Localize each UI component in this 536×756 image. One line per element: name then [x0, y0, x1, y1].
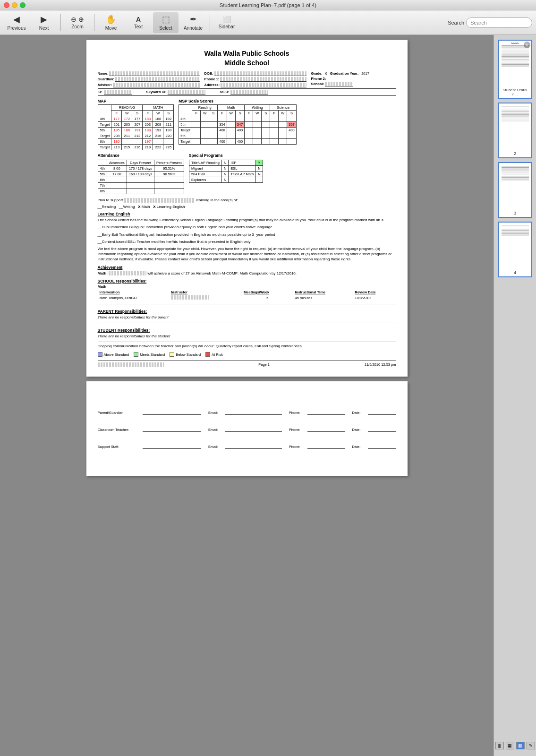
sig-staff: Support Staff: Email: Phone: Date:: [98, 441, 396, 449]
staff-email-label: Email:: [208, 445, 218, 449]
search-input[interactable]: [466, 17, 532, 28]
advisor-value: [113, 83, 200, 87]
parent-date-label: Date:: [352, 411, 361, 415]
school-value: [325, 82, 353, 86]
staff-date-label: Date:: [352, 445, 361, 449]
sidebar-bottom-controls: ||| ▦ ▦ ✎: [493, 740, 536, 751]
skyward-label: Skyward ID:: [146, 90, 167, 94]
map-row-target2: Target 208211212 212216220: [98, 133, 174, 139]
sidebar-btn-4[interactable]: ✎: [527, 742, 535, 749]
msp-table: Reading Math Writing Science FWS FWS FWS…: [179, 104, 296, 145]
school-resp-section: SCHOOL responsibilities: Math Interventi…: [98, 279, 396, 301]
le-option2: __Early-Exit Transitional Bilingual: Ins…: [98, 232, 396, 237]
plan-name-redacted: [124, 198, 195, 203]
map-row-4th: 4th 177 172 177 183 188 192: [98, 116, 174, 122]
id-value: [104, 90, 132, 94]
msp-6th: 6th: [179, 133, 296, 139]
grade-label: Grade:: [311, 71, 323, 76]
previous-button[interactable]: ◀ Previous: [4, 12, 29, 33]
select-label: Select: [159, 26, 172, 31]
refresh-icon: ↻: [524, 42, 530, 48]
id-label: ID:: [98, 90, 102, 94]
phone1-label: Phone 1:: [204, 77, 220, 82]
map-row-target1: Target 201205207 203208211: [98, 122, 174, 128]
sidebar-btn-2[interactable]: ▦: [506, 742, 514, 749]
guardian-label: Guardian:: [98, 77, 114, 82]
teacher-date-label: Date:: [352, 428, 361, 432]
teacher-email-label: Email:: [208, 428, 218, 432]
le-paragraph2: We feel the above program is most approp…: [98, 246, 396, 262]
special-row-2: MigrantN ESLN: [189, 166, 263, 172]
grade-value: 6: [325, 71, 327, 76]
search-label: Search: [448, 20, 464, 26]
attendance-5th: 5th 17.00 163 / 180 days 90.56%: [98, 172, 184, 177]
select-button[interactable]: ⬚ Select: [153, 12, 179, 33]
student-resp-text: There are no responsibilities for the st…: [98, 334, 396, 339]
school-resp-row: Math Triumphs, ORIGO 5 45 minutes 10/8/2…: [98, 295, 396, 301]
next-button[interactable]: ▶ Next: [31, 12, 57, 33]
map-row-target3: Target 213215216 219222225: [98, 145, 174, 150]
thumbnail-1[interactable]: Walla Walla: [498, 40, 532, 99]
thumbnail-2-preview: [501, 105, 530, 150]
skyward-value: [168, 90, 205, 94]
msp-5th: 5th 354347 367: [179, 122, 296, 128]
move-icon: ✋: [106, 14, 116, 25]
math-header: MATH: [143, 105, 174, 111]
move-button[interactable]: ✋ Move: [98, 12, 124, 33]
thumbnail-4[interactable]: 4: [498, 222, 532, 277]
footer-page: Page 1: [258, 362, 270, 367]
annotate-label: Annotate: [184, 26, 203, 31]
parent-guardian-field: [143, 407, 201, 415]
name-value: [109, 71, 199, 76]
meets-standard-label: Meets Standard: [140, 352, 165, 357]
maximize-button[interactable]: [20, 2, 26, 8]
special-row-3: 504 PlanN Title/LAP MathN: [189, 172, 263, 177]
msp-4th: 4th: [179, 116, 296, 122]
legend-above: Above Standard: [98, 352, 129, 357]
thumbnail-4-num: 4: [501, 270, 530, 275]
address-label: Address:: [204, 83, 220, 87]
text-icon: A: [136, 16, 141, 23]
minimize-button[interactable]: [12, 2, 17, 8]
parent-email-label: Email:: [208, 411, 218, 415]
guardian-value: [115, 77, 200, 82]
zoom-button[interactable]: ⊖ ⊕ Zoom: [65, 12, 90, 33]
page-footer: Page 1 11/5/2010 12:53 pm: [98, 361, 396, 367]
sidebar-btn-3[interactable]: ▦: [516, 742, 525, 749]
text-button[interactable]: A Text: [126, 12, 151, 33]
previous-icon: ◀: [13, 14, 20, 25]
achievement-section: Achievement Math: will acheive a score o…: [98, 265, 396, 276]
title-bar: Student Learning Plan–7.pdf (page 1 of 4…: [0, 0, 536, 10]
learning-english-section: Learning English The School District has…: [98, 212, 396, 262]
student-resp-title: STUDENT Responsibilities:: [98, 328, 396, 333]
main-area: Walla Walla Public Schools Middle School…: [0, 35, 536, 756]
special-table: Title/LAP ReadingN IEPY MigrantN ESLN 50…: [189, 160, 263, 183]
achievement-title: Achievement: [98, 265, 396, 270]
sidebar-btn-1[interactable]: |||: [495, 742, 504, 749]
teacher-phone-field: [307, 424, 345, 432]
map-section: MAP READING MATH FWS FWS: [98, 99, 174, 150]
grad-year-label: Graduation Year:: [330, 71, 358, 76]
sidebar-label: Sidebar: [219, 24, 235, 29]
learning-english-title: Learning English: [98, 212, 396, 216]
le-option3: __Content-based ESL: Teacher modifies he…: [98, 239, 396, 244]
reading-header: READING: [111, 105, 143, 111]
thumbnail-1-label: Student Learnin...: [501, 88, 530, 96]
map-title: MAP: [98, 99, 174, 103]
above-standard-label: Above Standard: [104, 352, 129, 357]
thumbnail-2[interactable]: 2: [498, 103, 532, 158]
move-label: Move: [105, 26, 117, 31]
thumbnail-3[interactable]: 3: [498, 162, 532, 218]
special-row-4: ExplorersN: [189, 177, 263, 183]
close-button[interactable]: [4, 2, 9, 8]
school-resp-math: Math: [98, 284, 396, 289]
document-viewer[interactable]: Walla Walla Public Schools Middle School…: [0, 35, 493, 756]
at-risk-label: At Risk: [212, 352, 223, 357]
annotate-button[interactable]: ✒ Annotate: [180, 12, 206, 33]
title-line-1: Walla Walla Public Schools: [98, 49, 396, 59]
name-label: Name:: [98, 71, 109, 76]
map-row-5th: 5th 195 186 191 189 193 193: [98, 128, 174, 133]
phone2-label: Phone 2:: [311, 77, 326, 81]
sidebar-button[interactable]: ⬜ Sidebar: [214, 12, 239, 33]
parent-phone-field: [307, 407, 345, 415]
